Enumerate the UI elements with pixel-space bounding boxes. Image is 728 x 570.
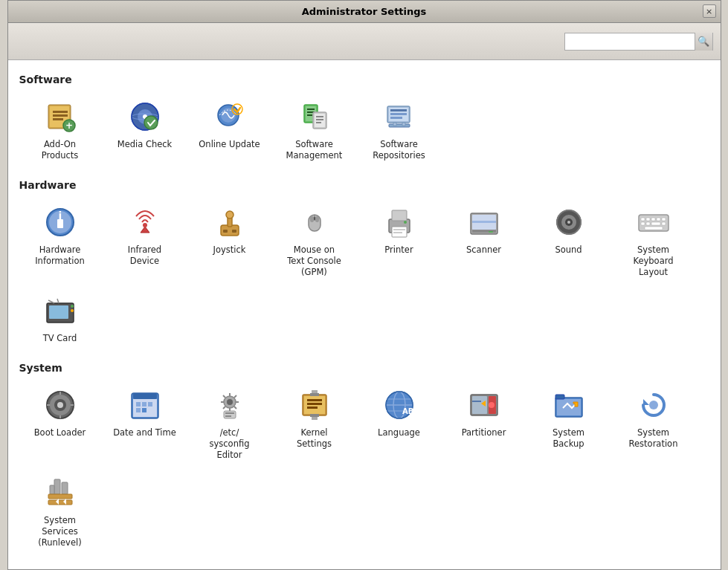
item-mouse-text-console[interactable]: Mouse onText Console(GPM): [274, 198, 355, 284]
item-sound[interactable]: Sound: [528, 198, 610, 284]
media-check-icon: [127, 99, 163, 135]
add-on-products-label: Add-OnProducts: [42, 139, 79, 161]
close-button[interactable]: ×: [703, 4, 716, 18]
item-software-repositories[interactable]: SoftwareRepositories: [358, 93, 440, 167]
item-language[interactable]: AB Language: [358, 381, 440, 467]
section-header-system: System: [19, 362, 709, 374]
svg-rect-48: [310, 216, 314, 222]
kernel-settings-icon: [297, 387, 332, 423]
item-joystick[interactable]: Joystick: [189, 198, 271, 284]
item-printer[interactable]: Printer: [358, 198, 440, 284]
svg-point-12: [144, 116, 158, 129]
search-box: 🔍: [564, 33, 713, 51]
online-update-icon: [212, 99, 248, 135]
item-partitioner[interactable]: Partitioner: [443, 381, 525, 467]
kernel-settings-label: KernelSettings: [297, 427, 332, 450]
date-and-time-icon: [127, 387, 163, 423]
item-kernel-settings[interactable]: KernelSettings: [274, 381, 355, 467]
svg-rect-60: [489, 231, 493, 233]
item-system-keyboard-layout[interactable]: SystemKeyboardLayout: [613, 198, 695, 284]
svg-marker-122: [643, 399, 649, 405]
svg-rect-124: [54, 479, 60, 494]
add-on-products-icon: +: [42, 99, 78, 135]
svg-rect-71: [662, 218, 666, 221]
item-add-on-products[interactable]: + Add-OnProducts: [19, 93, 101, 167]
item-hardware-information[interactable]: i HardwareInformation: [19, 198, 101, 284]
svg-rect-74: [651, 222, 660, 225]
svg-rect-2: [53, 111, 68, 113]
svg-rect-88: [136, 402, 141, 407]
svg-point-79: [71, 305, 74, 308]
svg-rect-126: [50, 485, 54, 494]
svg-rect-4: [53, 118, 63, 120]
svg-rect-78: [49, 305, 68, 319]
partitioner-icon: [466, 387, 502, 423]
title-bar: Administrator Settings ×: [8, 1, 721, 23]
software-grid: + Add-OnProducts: [19, 93, 709, 167]
software-management-icon: [297, 99, 332, 135]
section-header-hardware: Hardware: [19, 179, 709, 191]
item-system-restoration[interactable]: SystemRestoration: [613, 381, 695, 467]
item-system-backup[interactable]: SystemBackup: [528, 381, 610, 467]
item-media-check[interactable]: Media Check: [104, 93, 186, 167]
system-grid: Boot Loader Date and Time: [19, 381, 709, 555]
svg-rect-59: [472, 221, 496, 223]
svg-rect-86: [133, 393, 157, 399]
svg-rect-23: [316, 116, 323, 117]
mouse-text-console-icon: [297, 204, 332, 240]
svg-rect-90: [136, 408, 141, 412]
tv-card-label: TV Card: [43, 333, 77, 344]
scanner-label: Scanner: [466, 244, 501, 256]
infrared-device-label: InfraredDevice: [128, 244, 161, 267]
svg-rect-120: [557, 399, 581, 415]
svg-rect-30: [390, 117, 402, 119]
svg-rect-95: [224, 411, 236, 418]
software-repositories-label: SoftwareRepositories: [373, 139, 425, 161]
toolbar: 🔍: [8, 23, 721, 60]
svg-rect-3: [53, 114, 68, 117]
system-backup-label: SystemBackup: [553, 427, 584, 450]
svg-point-80: [71, 309, 74, 312]
svg-rect-92: [148, 402, 152, 407]
boot-loader-icon: [42, 387, 78, 423]
item-scanner[interactable]: Scanner: [443, 198, 525, 284]
infrared-device-icon: [127, 204, 163, 240]
item-tv-card[interactable]: TV Card: [19, 287, 101, 350]
system-services-label: SystemServices(Runlevel): [38, 515, 81, 548]
svg-text:+: +: [65, 120, 72, 131]
search-input[interactable]: [565, 33, 695, 50]
svg-rect-73: [646, 222, 650, 225]
svg-rect-89: [142, 402, 146, 407]
svg-rect-38: [57, 219, 63, 221]
hardware-information-label: HardwareInformation: [35, 244, 85, 267]
item-date-and-time[interactable]: Date and Time: [104, 381, 186, 467]
svg-point-55: [404, 221, 407, 224]
item-infrared-device[interactable]: InfraredDevice: [104, 198, 186, 284]
svg-text:AB: AB: [402, 407, 413, 415]
svg-rect-31: [389, 124, 410, 127]
item-online-update[interactable]: Online Update: [189, 93, 271, 167]
svg-point-39: [143, 223, 147, 227]
printer-label: Printer: [384, 244, 413, 256]
svg-rect-33: [402, 123, 405, 126]
item-software-management[interactable]: SoftwareManagement: [274, 93, 355, 167]
item-system-services[interactable]: SystemServices(Runlevel): [19, 469, 101, 554]
svg-rect-24: [316, 119, 323, 120]
online-update-label: Online Update: [199, 139, 260, 150]
svg-rect-118: [472, 401, 481, 402]
scanner-icon: [466, 204, 502, 240]
language-label: Language: [378, 427, 420, 438]
svg-rect-101: [307, 403, 322, 405]
search-button[interactable]: 🔍: [695, 33, 712, 51]
svg-rect-91: [142, 408, 146, 412]
item-boot-loader[interactable]: Boot Loader: [19, 381, 101, 467]
svg-rect-121: [555, 395, 564, 399]
svg-rect-69: [651, 218, 655, 221]
mouse-text-console-label: Mouse onText Console(GPM): [287, 244, 341, 278]
item-sysconfig-editor[interactable]: /etc/sysconfigEditor: [189, 381, 271, 467]
svg-rect-42: [232, 230, 236, 233]
software-management-label: SoftwareManagement: [286, 139, 343, 161]
software-repositories-icon: [381, 99, 417, 135]
svg-point-84: [57, 402, 63, 408]
svg-rect-102: [307, 407, 318, 409]
